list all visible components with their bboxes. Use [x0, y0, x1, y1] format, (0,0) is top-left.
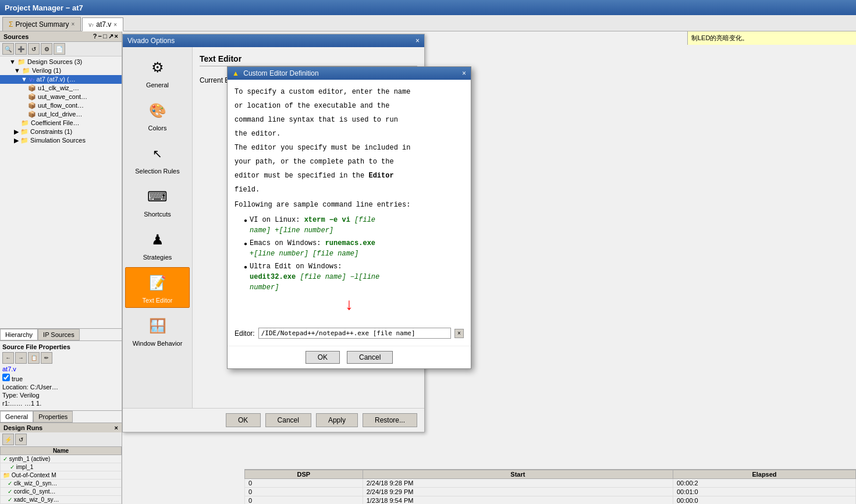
sources-header: Sources ? − □ ↗ × — [0, 31, 122, 42]
table-row: 0 2/24/18 9:29 PM 00:01:0 — [245, 488, 856, 496]
table-row: 0 2/24/18 9:28 PM 00:00:2 — [245, 479, 856, 488]
dr-btn1[interactable]: ⚡ — [2, 434, 14, 445]
ced-clear-btn[interactable]: × — [454, 329, 464, 338]
sfp-icon1-btn[interactable]: 📋 — [28, 352, 40, 364]
tree-sim-sources[interactable]: ▶ 📁 Simulation Sources — [0, 136, 122, 145]
vo-ok-btn[interactable]: OK — [226, 413, 261, 427]
window-behavior-icon: 🪟 — [146, 314, 169, 338]
ced-editor-label: Editor: — [235, 329, 255, 338]
sidebar-label-shortcuts: Shortcuts — [144, 211, 171, 218]
tree-uut-flow[interactable]: 📦 uut_flow_cont… — [0, 101, 122, 110]
ced-desc-3: command line syntax that is used to run — [235, 115, 464, 125]
help-btn[interactable]: ? — [93, 33, 97, 40]
sfp-icon2-btn[interactable]: ✏ — [41, 352, 52, 364]
vo-sidebar: ⚙ General 🎨 Colors ↖ Selection Rules ⌨ S… — [123, 47, 193, 408]
sidebar-label-text-editor: Text Editor — [143, 297, 173, 304]
design-runs-label: Design Runs — [3, 424, 42, 431]
strategies-icon: ♟ — [146, 228, 169, 251]
title-text: Project Manager − at7 — [5, 3, 83, 12]
col-start: Start — [363, 470, 673, 479]
tab-hierarchy[interactable]: Hierarchy — [0, 329, 38, 340]
cell-elapsed-2: 00:00:0 — [673, 496, 855, 505]
design-runs-header: Design Runs × — [0, 423, 122, 432]
table-row: 0 1/23/18 9:54 PM 00:00:0 — [245, 496, 856, 505]
sidebar-item-strategies[interactable]: ♟ Strategies — [125, 224, 190, 265]
ced-desc-8: field. — [235, 184, 464, 195]
vo-close-btn[interactable]: × — [415, 37, 420, 45]
minimize-btn[interactable]: − — [98, 33, 101, 40]
ced-desc-5: The editor you specify must be included … — [235, 143, 464, 153]
table-row: 📁 Out-of-Context M — [1, 471, 122, 480]
right-hint-text: 制LED的亮暗变化。 — [691, 34, 748, 41]
tab-project-summary[interactable]: Σ Project Summary × — [2, 17, 81, 31]
add-sources-btn[interactable]: ➕ — [15, 43, 27, 55]
sfp-forward-btn[interactable]: → — [15, 352, 27, 364]
vo-apply-btn[interactable]: Apply — [316, 413, 358, 427]
sidebar-item-colors[interactable]: 🎨 Colors — [125, 95, 190, 136]
vo-restore-btn[interactable]: Restore... — [363, 413, 417, 427]
ced-editor-input[interactable] — [258, 328, 451, 339]
icon-coeff: 📁 — [21, 119, 29, 126]
vo-title-bar: Vivado Options × — [123, 34, 424, 47]
sidebar-item-text-editor[interactable]: 📝 Text Editor — [125, 267, 190, 308]
ced-sample-emacs-content: Emacs on Windows: runemacs.exe +[line nu… — [250, 238, 375, 259]
tree-design-sources[interactable]: ▼ 📁 Design Sources (3) — [0, 58, 122, 66]
icon-uut-wave: 📦 — [28, 93, 36, 100]
close-sources-btn[interactable]: × — [115, 33, 118, 40]
tab-close-project-summary[interactable]: × — [71, 21, 74, 27]
sidebar-item-window-behavior[interactable]: 🪟 Window Behavior — [125, 310, 190, 351]
cell-start-1: 2/24/18 9:29 PM — [363, 488, 673, 496]
vo-cancel-btn[interactable]: Cancel — [265, 413, 311, 427]
vo-section-title: Text Editor — [200, 54, 417, 66]
sfp-enabled-checkbox[interactable] — [2, 374, 10, 381]
tree-uut-lcd[interactable]: 📦 uut_lcd_drive… — [0, 110, 122, 119]
refresh-btn[interactable]: ↺ — [28, 43, 40, 55]
maximize-btn[interactable]: □ — [103, 33, 107, 40]
design-runs-close[interactable]: × — [115, 424, 118, 431]
tab-close-at7-v[interactable]: × — [113, 22, 117, 28]
cell-start-2: 1/23/18 9:54 PM — [363, 496, 673, 505]
file-btn[interactable]: 📄 — [54, 43, 65, 55]
sidebar-item-selection-rules[interactable]: ↖ Selection Rules — [125, 138, 190, 179]
dr-btn2[interactable]: ↺ — [15, 434, 27, 445]
ced-sample-ultraedit: ● Ultra Edit on Windows: uedit32.exe [fi… — [244, 261, 464, 293]
main-layout: Sources ? − □ ↗ × 🔍 ➕ ↺ ⚙ 📄 ▼ 📁 Design S… — [0, 31, 856, 504]
ced-body: To specify a custom editor, enter the na… — [228, 80, 471, 323]
sidebar-item-shortcuts[interactable]: ⌨ Shortcuts — [125, 181, 190, 222]
tree-at7[interactable]: ▼ v₇ at7 (at7.v) (… — [0, 75, 122, 84]
search-btn[interactable]: 🔍 — [2, 43, 14, 55]
sidebar-label-general: General — [146, 81, 169, 88]
ced-desc-7: editor must be specified in the Editor — [235, 171, 464, 181]
vo-title-text: Vivado Options — [127, 37, 175, 45]
tab-general[interactable]: General — [0, 411, 33, 423]
ced-close-btn[interactable]: × — [462, 69, 466, 77]
icon-uut-flow: 📦 — [28, 102, 36, 109]
tab-at7-v[interactable]: v₇ at7.v × — [82, 17, 123, 31]
sfp-type-row: Type: Verilog — [2, 392, 119, 399]
cell-dsp-2: 0 — [245, 496, 363, 505]
sfp-back-btn[interactable]: ← — [2, 352, 14, 364]
tree-verilog[interactable]: ▼ 📁 Verilog (1) — [0, 66, 122, 75]
sidebar-item-general[interactable]: ⚙ General — [125, 52, 190, 93]
sidebar-label-selection-rules: Selection Rules — [135, 168, 179, 175]
cell-dsp-1: 0 — [245, 488, 363, 496]
sfp-part1: r1:…… — [2, 400, 23, 407]
run-check-xadc: ✓ — [8, 496, 12, 503]
sfp-part-row: r1:…… …1 1. — [2, 400, 119, 407]
ced-ok-btn[interactable]: OK — [306, 351, 340, 364]
tab-label-at7-v: at7.v — [96, 20, 111, 29]
custom-editor-dialog: ▲ Custom Editor Definition × To specify … — [227, 66, 471, 369]
ced-cancel-btn[interactable]: Cancel — [347, 351, 393, 364]
sidebar-label-window-behavior: Window Behavior — [133, 340, 183, 347]
design-runs-section: Design Runs × ⚡ ↺ Name ✓ synth_1 (active… — [0, 423, 122, 504]
ced-sample-ultraedit-content: Ultra Edit on Windows: uedit32.exe [file… — [250, 261, 379, 293]
tree-coeff[interactable]: 📁 Coefficient File… — [0, 119, 122, 127]
tree-uut-wave[interactable]: 📦 uut_wave_cont… — [0, 93, 122, 101]
detach-btn[interactable]: ↗ — [108, 33, 113, 40]
tree-u1-clk[interactable]: 📦 u1_clk_wiz_… — [0, 84, 122, 93]
tree-constraints[interactable]: ▶ 📁 Constraints (1) — [0, 127, 122, 136]
sidebar-label-strategies: Strategies — [143, 254, 172, 261]
settings-btn[interactable]: ⚙ — [41, 43, 52, 55]
tab-ip-sources[interactable]: IP Sources — [38, 329, 80, 340]
tab-properties[interactable]: Properties — [33, 411, 73, 423]
